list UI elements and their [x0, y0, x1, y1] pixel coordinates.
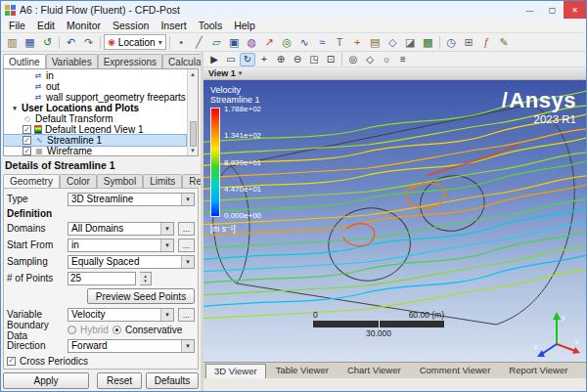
- hybrid-radio[interactable]: [68, 326, 76, 334]
- fit-view-icon[interactable]: ⊡: [323, 53, 339, 66]
- sampling-select[interactable]: Equally Spaced: [68, 255, 195, 269]
- checkbox-checked[interactable]: [23, 125, 31, 134]
- center-icon[interactable]: ◎: [345, 53, 361, 66]
- instance-transform-icon[interactable]: ◇: [384, 34, 401, 50]
- apply-button[interactable]: Apply: [3, 372, 89, 389]
- minimize-button[interactable]: —: [519, 1, 541, 19]
- domains-more-button[interactable]: ...: [178, 222, 195, 236]
- points-spinner[interactable]: ▴▾: [140, 272, 152, 285]
- probe-icon[interactable]: ▶: [206, 53, 222, 66]
- tab-report-viewer[interactable]: Report Viewer: [500, 363, 576, 378]
- refresh-icon[interactable]: ↺: [39, 34, 56, 50]
- text-icon[interactable]: T: [332, 34, 348, 50]
- menu-monitor[interactable]: Monitor: [61, 20, 107, 31]
- pan-icon[interactable]: +: [256, 53, 272, 66]
- variable-label: Variable: [7, 309, 64, 320]
- tab-3d-viewer[interactable]: 3D Viewer: [205, 364, 266, 378]
- light-icon[interactable]: ☼: [379, 53, 394, 66]
- tree-item-user-locations[interactable]: ▾ User Locations and Plots: [4, 103, 186, 113]
- tree-item-default-legend[interactable]: Default Legend View 1: [4, 124, 186, 135]
- select-box-icon[interactable]: ▭: [223, 53, 239, 66]
- tab-limits[interactable]: Limits: [143, 174, 182, 188]
- tree-item-wall[interactable]: ⇄ wall support_geometry freeparts: [4, 92, 186, 103]
- preview-seed-points-button[interactable]: Preview Seed Points: [87, 288, 195, 304]
- start-from-more-button[interactable]: ...: [178, 239, 195, 252]
- conservative-label: Conservative: [125, 325, 182, 335]
- save-state-icon[interactable]: ▦: [22, 34, 38, 50]
- menu-help[interactable]: Help: [228, 20, 261, 31]
- redo-icon[interactable]: ↷: [80, 34, 97, 50]
- tab-outline[interactable]: Outline: [3, 54, 46, 68]
- details-form: Type 3D Streamline Definition Domains Al…: [3, 188, 199, 370]
- viewer-options-icon[interactable]: ≡: [395, 53, 411, 66]
- viewer-canvas[interactable]: Velocity Streamline 1 1.788e+02 1.341e+0…: [203, 80, 586, 362]
- tree-item-wireframe[interactable]: ▦ Wireframe: [4, 146, 186, 156]
- caret-down-icon[interactable]: ▾: [11, 105, 19, 112]
- checkbox-checked[interactable]: [23, 136, 31, 145]
- menu-edit[interactable]: Edit: [31, 20, 61, 31]
- contour-icon[interactable]: ◎: [279, 34, 295, 50]
- calculator-icon[interactable]: ⊞: [461, 34, 477, 50]
- tab-table-viewer[interactable]: Table Viewer: [267, 363, 338, 378]
- plane-icon[interactable]: ▱: [208, 34, 225, 50]
- tab-expressions[interactable]: Expressions: [98, 54, 162, 68]
- tab-geometry[interactable]: Geometry: [3, 174, 60, 188]
- tab-variables[interactable]: Variables: [46, 54, 98, 68]
- iso-surface-icon[interactable]: ◍: [244, 34, 260, 50]
- tab-chart-viewer[interactable]: Chart Viewer: [339, 363, 410, 378]
- defaults-button[interactable]: Defaults: [146, 372, 199, 389]
- tab-comment-viewer[interactable]: Comment Viewer: [411, 363, 500, 378]
- tree-scrollbar[interactable]: ▴ ▾: [187, 69, 198, 155]
- direction-select[interactable]: Forward: [68, 339, 195, 353]
- zoom-in-icon[interactable]: ⊕: [273, 53, 289, 66]
- tree-item-default-transform[interactable]: ◇ Default Transform: [4, 113, 186, 124]
- particle-track-icon[interactable]: ≈: [314, 34, 331, 50]
- location-dropdown[interactable]: ◉ Location ▾: [104, 34, 166, 50]
- color-map-icon[interactable]: ▩: [420, 34, 436, 50]
- zoom-box-icon[interactable]: ◳: [306, 53, 322, 66]
- tree-item-out[interactable]: ⇄ out: [4, 81, 186, 92]
- close-button[interactable]: ✕: [564, 1, 586, 19]
- scroll-up-icon[interactable]: ▴: [191, 70, 195, 78]
- rotate-icon[interactable]: ↻: [240, 53, 255, 66]
- tree-item-in[interactable]: ⇄ in: [4, 70, 186, 81]
- maximize-button[interactable]: ▢: [541, 1, 564, 19]
- undo-icon[interactable]: ↶: [63, 34, 79, 50]
- timestep-clock-icon[interactable]: ◷: [443, 34, 460, 50]
- zoom-out-icon[interactable]: ⊖: [290, 53, 305, 66]
- streamline-icon[interactable]: ∿: [296, 34, 313, 50]
- points-input[interactable]: [68, 272, 136, 285]
- variable-select[interactable]: Velocity: [68, 308, 174, 322]
- view-selector[interactable]: View 1 ▾: [203, 67, 586, 80]
- start-from-select[interactable]: in: [68, 239, 174, 252]
- tab-color[interactable]: Color: [60, 174, 97, 188]
- volume-icon[interactable]: ▣: [226, 34, 243, 50]
- tab-symbol[interactable]: Symbol: [97, 174, 143, 188]
- cross-periodics-checkbox[interactable]: [7, 357, 16, 366]
- variable-more-button[interactable]: ...: [178, 308, 195, 322]
- coord-frame-icon[interactable]: +: [349, 34, 366, 50]
- menu-file[interactable]: File: [3, 20, 31, 31]
- macro-icon[interactable]: ✎: [496, 34, 513, 50]
- menu-insert[interactable]: Insert: [155, 20, 192, 31]
- conservative-radio[interactable]: [113, 326, 121, 334]
- tree-item-streamline-1[interactable]: ∿ Streamline 1: [4, 135, 186, 146]
- scroll-down-icon[interactable]: ▾: [191, 147, 195, 154]
- clip-plane-icon[interactable]: ◪: [402, 34, 419, 50]
- reset-button[interactable]: Reset: [97, 372, 142, 389]
- domains-select[interactable]: All Domains: [68, 222, 174, 236]
- menu-tools[interactable]: Tools: [193, 20, 229, 31]
- checkbox-checked[interactable]: [23, 147, 31, 155]
- point-icon[interactable]: •: [173, 34, 190, 50]
- tree-item-label: User Locations and Plots: [22, 103, 139, 113]
- definition-section-label: Definition: [7, 207, 195, 220]
- legend-icon[interactable]: ▤: [367, 34, 384, 50]
- menu-session[interactable]: Session: [107, 20, 155, 31]
- line-icon[interactable]: ╱: [191, 34, 207, 50]
- scrollbar-thumb[interactable]: [190, 121, 197, 147]
- expressions-icon[interactable]: ƒ: [478, 34, 495, 50]
- vector-icon[interactable]: ↗: [261, 34, 278, 50]
- type-select[interactable]: 3D Streamline: [68, 193, 195, 206]
- load-results-icon[interactable]: ▥: [4, 34, 21, 50]
- perspective-icon[interactable]: ◇: [362, 53, 378, 66]
